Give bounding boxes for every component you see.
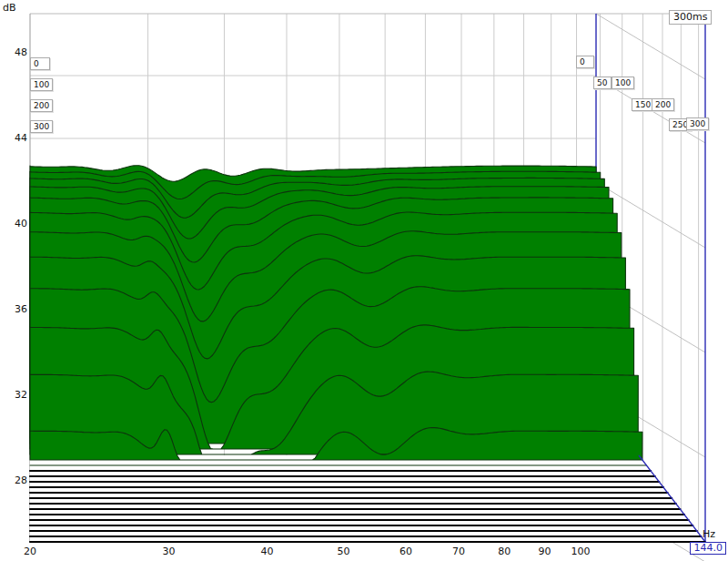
time-tick-right: 0 [576,56,594,68]
db-tick-label: 36 [2,303,27,315]
freq-tick-label: 30 [153,546,184,557]
time-tick-left: 0 [30,57,50,70]
db-tick-label: 48 [2,46,27,58]
time-tick-left: 100 [30,78,53,91]
waterfall-window: dB Hz 300ms 144.0 4844403632282030405060… [0,0,728,561]
db-tick-label: 32 [2,389,27,401]
time-tick-right: 50 [593,76,612,89]
freq-tick-label: 50 [328,546,359,557]
time-tick-left: 200 [30,99,53,112]
time-tick-right: 300 [686,117,709,130]
freq-tick-label: 90 [529,546,560,557]
freq-tick-label: 100 [565,546,596,557]
time-tick-left: 300 [30,120,53,133]
freq-right-edge-value[interactable]: 144.0 [690,542,726,555]
time-tick-right: 200 [652,98,674,111]
freq-tick-label: 20 [15,546,46,557]
time-range-badge: 300ms [669,10,712,25]
freq-tick-label: 70 [443,546,474,557]
db-tick-label: 28 [2,474,27,486]
db-tick-label: 44 [2,132,27,144]
time-tick-right: 100 [612,76,634,89]
freq-tick-label: 80 [489,546,520,557]
db-axis-title: dB [3,2,16,14]
hz-axis-title: Hz [703,528,715,540]
freq-tick-label: 40 [252,546,283,557]
freq-tick-label: 60 [390,546,421,557]
db-tick-label: 40 [2,218,27,230]
